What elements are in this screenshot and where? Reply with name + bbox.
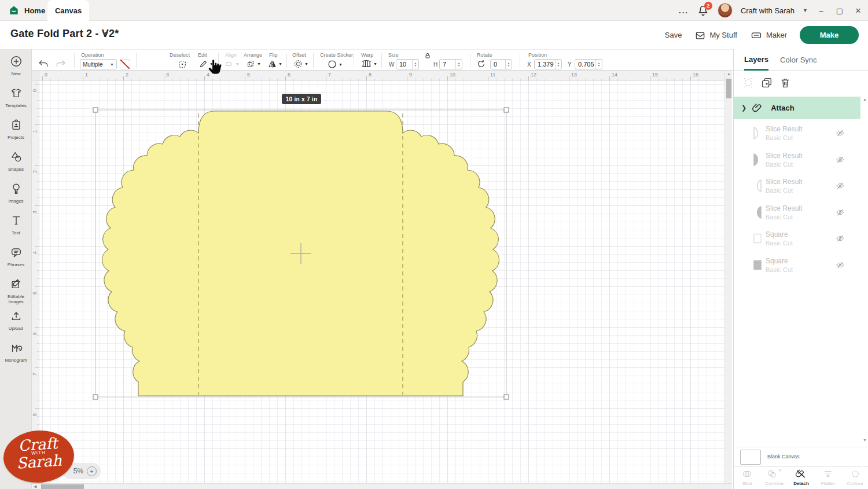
- ruler-number-h: 15: [652, 72, 658, 78]
- zoom-in-button[interactable]: +: [87, 466, 97, 476]
- blank-canvas-row[interactable]: Blank Canvas: [734, 447, 868, 466]
- shapes-icon: [10, 150, 23, 163]
- size-tooltip: 10 in x 7 in: [282, 94, 321, 104]
- delete-icon[interactable]: [779, 76, 792, 89]
- sidebar-item-projects[interactable]: Projects: [0, 119, 32, 140]
- window-minimize-button[interactable]: –: [816, 6, 826, 15]
- sidebar-item-phrases[interactable]: Phrases: [0, 246, 32, 267]
- make-button[interactable]: Make: [800, 26, 859, 44]
- my-stuff-button[interactable]: My Stuff: [694, 30, 737, 41]
- attach-group-row[interactable]: ❯ Attach: [734, 97, 860, 119]
- flip-button[interactable]: ▼: [267, 59, 282, 69]
- save-button[interactable]: Save: [665, 31, 682, 39]
- create-sticker-button[interactable]: ▼: [327, 59, 343, 69]
- ruler-number-h: 1: [85, 72, 88, 78]
- layer-thumbnail-square-filled: [753, 258, 762, 272]
- panel-tabs: Layers Color Sync: [734, 49, 868, 71]
- slice-button[interactable]: Slice: [734, 467, 761, 489]
- upload-icon: [10, 310, 23, 322]
- height-field[interactable]: 7▲▼: [439, 59, 462, 69]
- layer-thumbnail-semicircle-left-filled: [753, 205, 762, 219]
- window-maximize-button[interactable]: ▢: [834, 6, 845, 15]
- layer-row-slice-result[interactable]: Slice ResultBasic Cut: [734, 175, 860, 200]
- horizontal-scroll-thumb[interactable]: [41, 484, 84, 489]
- detach-button[interactable]: Detach: [788, 467, 815, 489]
- y-position-field[interactable]: 0.705▲▼: [575, 59, 602, 69]
- rotate-field[interactable]: 0▲▼: [490, 59, 512, 69]
- user-avatar[interactable]: [718, 3, 733, 18]
- design-canvas[interactable]: 012345678910111213141516 012345678 10 in…: [32, 71, 733, 489]
- scroll-up-icon[interactable]: ▲: [727, 72, 731, 76]
- offset-button[interactable]: ▼: [293, 59, 308, 69]
- combine-button[interactable]: ▼Combine: [761, 467, 788, 489]
- x-position-field[interactable]: 1.379▲▼: [534, 59, 562, 69]
- expand-chevron-icon[interactable]: ❯: [741, 104, 746, 112]
- sidebar-item-shapes[interactable]: Shapes: [0, 150, 32, 172]
- canvas-tab[interactable]: Canvas: [47, 0, 89, 21]
- my-stuff-label: My Stuff: [709, 31, 737, 39]
- home-tab[interactable]: Home: [8, 0, 45, 21]
- ruler-number-h: 2: [126, 72, 128, 78]
- layer-row-slice-result[interactable]: Slice ResultBasic Cut: [734, 202, 860, 226]
- user-menu-chevron-icon[interactable]: ▼: [803, 8, 808, 13]
- maker-button[interactable]: Maker: [750, 30, 787, 41]
- height-stepper[interactable]: ▲▼: [455, 60, 462, 69]
- operation-dropdown[interactable]: Multiple▼: [80, 59, 117, 69]
- sidebar-item-templates[interactable]: Templates: [0, 87, 32, 108]
- eye-slash-icon[interactable]: [836, 260, 845, 270]
- contour-button[interactable]: Contour: [841, 467, 868, 489]
- eye-slash-icon[interactable]: [836, 181, 845, 190]
- window-close-button[interactable]: ✕: [853, 6, 863, 15]
- eye-slash-icon[interactable]: [836, 208, 845, 217]
- linetype-color-swatch[interactable]: [120, 59, 130, 69]
- notifications-button[interactable]: 2: [697, 4, 709, 17]
- eye-slash-icon[interactable]: [836, 155, 845, 164]
- layer-row-square[interactable]: SquareBasic Cut: [734, 228, 860, 252]
- layer-row-slice-result[interactable]: Slice ResultBasic Cut: [734, 149, 860, 174]
- warp-button[interactable]: ▼: [361, 59, 377, 68]
- vertical-scroll-thumb[interactable]: [726, 79, 731, 98]
- ruler-number-h: 5: [247, 72, 250, 78]
- eye-slash-icon[interactable]: [836, 234, 845, 243]
- layer-row-slice-result[interactable]: Slice ResultBasic Cut: [734, 123, 860, 147]
- rotate-button[interactable]: [476, 59, 486, 69]
- tab-layers[interactable]: Layers: [744, 49, 768, 71]
- layer-row-square[interactable]: SquareBasic Cut: [734, 255, 860, 279]
- width-stepper[interactable]: ▲▼: [412, 60, 418, 69]
- user-name[interactable]: Craft with Sarah: [741, 6, 795, 15]
- width-value: 10: [396, 61, 412, 68]
- project-title-chevron-icon[interactable]: ▼: [103, 30, 109, 37]
- vertical-scrollbar[interactable]: ▲: [724, 71, 732, 483]
- more-menu-button[interactable]: ...: [679, 6, 689, 15]
- duplicate-icon[interactable]: [760, 76, 773, 89]
- sidebar-item-monogram[interactable]: Monogram: [0, 341, 32, 363]
- action-label: Flatten: [815, 481, 842, 486]
- tab-color-sync[interactable]: Color Sync: [780, 49, 817, 71]
- width-field[interactable]: 10▲▼: [396, 59, 419, 69]
- redo-button[interactable]: [56, 59, 66, 68]
- layer-name: Square: [766, 230, 788, 238]
- sidebar-item-editable-images[interactable]: Editable Images: [0, 278, 32, 304]
- blank-canvas-swatch[interactable]: [740, 450, 761, 465]
- ruler-number-h: 3: [166, 72, 169, 78]
- undo-button[interactable]: [38, 59, 49, 68]
- eye-slash-icon[interactable]: [836, 128, 845, 138]
- canvas-grid[interactable]: [39, 81, 724, 483]
- deselect-button[interactable]: [177, 59, 187, 69]
- arrange-button[interactable]: ▼: [246, 59, 261, 69]
- ruler-number-v: 0: [32, 89, 38, 92]
- layer-thumbnail-square-outline: [753, 231, 762, 245]
- size-lock-icon[interactable]: [424, 52, 431, 59]
- sidebar-item-text[interactable]: Text: [0, 214, 32, 236]
- x-stepper[interactable]: ▲▼: [555, 60, 561, 69]
- scroll-left-icon[interactable]: ◀: [34, 484, 36, 489]
- horizontal-scrollbar[interactable]: ◀: [32, 483, 732, 489]
- sidebar-item-new[interactable]: New: [0, 55, 32, 76]
- panel-scroll-up-icon[interactable]: ▲: [863, 97, 867, 101]
- sidebar-item-images[interactable]: Images: [0, 182, 32, 204]
- panel-scroll-down-icon[interactable]: ▼: [863, 438, 867, 442]
- rotate-stepper[interactable]: ▲▼: [505, 60, 512, 69]
- sidebar-item-upload[interactable]: Upload: [0, 310, 32, 331]
- flatten-button[interactable]: Flatten: [815, 467, 842, 489]
- y-stepper[interactable]: ▲▼: [595, 60, 602, 69]
